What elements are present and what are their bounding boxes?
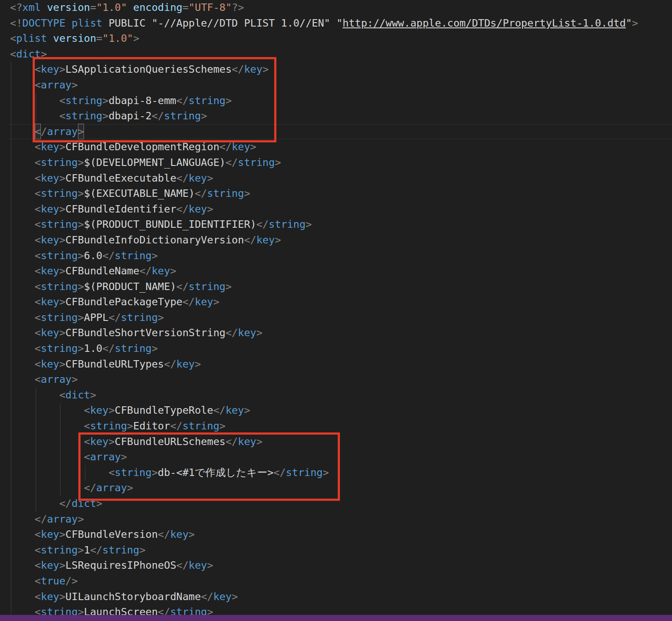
code-token: <	[35, 187, 41, 199]
code-token: string	[41, 311, 78, 324]
code-token: <	[35, 327, 41, 339]
code-token: <	[35, 358, 41, 370]
code-token	[10, 528, 35, 540]
code-line[interactable]: <!DOCTYPE plist PUBLIC "-//Apple//DTD PL…	[10, 16, 638, 31]
code-token: </	[225, 327, 238, 339]
code-token: >	[151, 250, 158, 262]
code-token	[10, 497, 59, 510]
code-token: plist	[16, 32, 47, 44]
code-token: CFBundleExecutable	[65, 172, 176, 184]
code-line[interactable]: <key>CFBundleInfoDictionaryVersion</key>	[10, 233, 638, 248]
code-token: <	[35, 250, 41, 262]
code-token	[10, 482, 84, 494]
code-token: >	[158, 311, 164, 324]
code-token	[10, 404, 84, 416]
code-token: key	[188, 559, 207, 571]
code-token: string	[41, 342, 78, 354]
code-token	[10, 172, 35, 184]
code-token: UILaunchStoryboardName	[65, 591, 201, 603]
code-line[interactable]: <key>CFBundlePackageType</key>	[10, 294, 638, 310]
code-token: key	[41, 591, 59, 603]
code-token: CFBundleIdentifier	[65, 203, 176, 215]
status-bar	[0, 615, 672, 621]
code-token	[10, 389, 59, 401]
code-token: CFBundleTypeRole	[115, 404, 213, 416]
code-token: CFBundlePackageType	[65, 296, 182, 308]
code-line[interactable]: <key>CFBundleTypeRole</key>	[10, 403, 638, 418]
code-token: >	[207, 559, 213, 571]
code-token: string	[41, 280, 78, 293]
code-token	[10, 544, 35, 556]
code-token: CFBundleDevelopmentRegion	[65, 141, 219, 153]
code-token: string	[41, 218, 78, 230]
code-token: string	[182, 420, 219, 432]
code-token: plist	[72, 17, 103, 29]
code-token: >	[188, 528, 195, 540]
code-line[interactable]: <string>1</string>	[10, 543, 638, 558]
code-line[interactable]: <key>CFBundleExecutable</key>	[10, 171, 638, 186]
code-token: string	[90, 420, 127, 432]
code-token: <	[35, 203, 41, 215]
code-token: >	[59, 141, 65, 153]
code-token: PUBLIC "-//Apple//DTD PLIST 1.0//EN" "	[102, 17, 343, 29]
code-token: key	[41, 265, 59, 277]
code-token	[10, 559, 35, 571]
code-token: <	[35, 544, 41, 556]
code-token: key	[41, 559, 59, 571]
code-token: <	[35, 234, 41, 246]
code-token: >	[78, 513, 84, 525]
code-token: encoding	[133, 1, 182, 14]
code-token	[41, 1, 47, 14]
code-token: </	[102, 250, 114, 262]
annotation-box-application-queries-schemes	[33, 57, 276, 142]
code-line[interactable]: </array>	[10, 512, 638, 527]
code-token: >	[151, 342, 158, 354]
code-token: >	[244, 187, 250, 199]
code-line[interactable]: <key>CFBundleShortVersionString</key>	[10, 325, 638, 341]
code-token: <	[10, 48, 16, 60]
code-token: key	[188, 172, 207, 184]
code-token: string	[41, 250, 78, 262]
code-token: >	[59, 234, 65, 246]
code-line[interactable]: <dict>	[10, 388, 638, 403]
code-line[interactable]: <plist version="1.0">	[10, 31, 638, 47]
code-line[interactable]: <string>$(DEVELOPMENT_LANGUAGE)</string>	[10, 155, 638, 171]
code-token: <	[35, 280, 41, 293]
code-token: CFBundleURLTypes	[65, 358, 164, 370]
code-line[interactable]: <string>1.0</string>	[10, 341, 638, 357]
code-line[interactable]: <key>UILaunchStoryboardName</key>	[10, 589, 638, 605]
code-token	[10, 451, 84, 463]
code-line[interactable]: <key>CFBundleURLTypes</key>	[10, 357, 638, 372]
code-line[interactable]: <key>CFBundleIdentifier</key>	[10, 202, 638, 217]
code-token: >	[59, 358, 65, 370]
code-line[interactable]: <key>CFBundleVersion</key>	[10, 527, 638, 543]
code-line[interactable]: <string>$(EXECUTABLE_NAME)</string>	[10, 186, 638, 202]
dtd-link[interactable]: http://www.apple.com/DTDs/PropertyList-1…	[343, 17, 626, 29]
code-line[interactable]: <string>Editor</string>	[10, 418, 638, 434]
code-line[interactable]: <?xml version="1.0" encoding="UTF-8"?>	[10, 0, 638, 16]
code-token: $(PRODUCT_NAME)	[84, 280, 176, 293]
code-line[interactable]: <key>LSRequiresIPhoneOS</key>	[10, 558, 638, 574]
code-token: >	[195, 358, 201, 370]
code-line[interactable]: <key>CFBundleName</key>	[10, 263, 638, 279]
code-line[interactable]: <array>	[10, 372, 638, 388]
code-token: >	[170, 265, 176, 277]
code-token: APPL	[84, 311, 109, 324]
code-token	[10, 203, 35, 215]
code-line[interactable]: <string>$(PRODUCT_BUNDLE_IDENTIFIER)</st…	[10, 217, 638, 233]
code-token: =	[96, 32, 102, 44]
code-token	[10, 125, 35, 138]
code-token: <	[35, 591, 41, 603]
code-token	[10, 187, 35, 199]
code-token: <	[35, 172, 41, 184]
code-line[interactable]: <true/>	[10, 574, 638, 589]
code-line[interactable]: <string>$(PRODUCT_NAME)</string>	[10, 279, 638, 295]
code-token	[10, 575, 35, 587]
code-line[interactable]: <string>APPL</string>	[10, 310, 638, 326]
code-token: <	[84, 404, 90, 416]
code-token: </	[90, 544, 102, 556]
code-token: "UTF-8"	[188, 1, 232, 14]
code-line[interactable]: <string>6.0</string>	[10, 248, 638, 264]
code-token: key	[41, 172, 59, 184]
code-token: DOCTYPE	[22, 17, 65, 29]
